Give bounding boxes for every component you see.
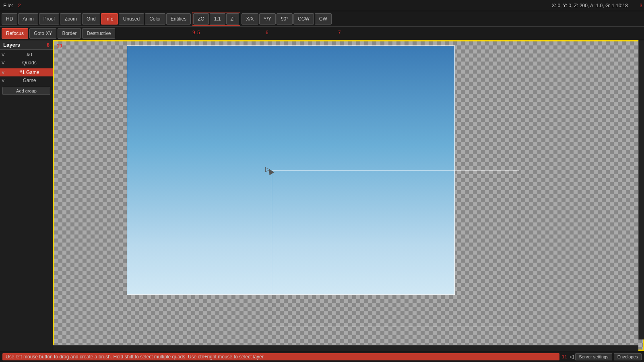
layers-title: Layers [3,42,20,48]
layer-0-quads-visibility[interactable]: V [2,60,6,65]
toolbar-btn-grid[interactable]: Grid [82,13,100,25]
toolbar-btn-color[interactable]: Color [145,13,165,25]
file-label: File: [0,2,17,8]
canvas-area[interactable]: 10 ▷ [53,40,644,351]
sub-toolbar: RefocusGoto XYBorderDestructive5679 [0,27,644,40]
add-group-button[interactable]: Add group [2,87,50,95]
layer-1-row[interactable]: V #1 Game [0,68,53,76]
sidebar: Layers 8 V #0 V Quads V #1 Game [0,40,53,351]
toolbar-btn-zoom[interactable]: Zoom [60,13,81,25]
toolbar-view-btn-zo[interactable]: ZO [193,13,209,25]
coords-display: X: 0, Y: 0, Z: 200, A: 1.0, G: 1 10:18 [552,3,628,8]
layer-1-game-visibility[interactable]: V [2,78,6,83]
layer-0-quads-row[interactable]: V Quads [0,59,53,67]
layer-0-name: #0 [8,52,51,58]
subtoolbar-num9: 9 [192,30,195,35]
subtoolbar-num7: 7 [338,30,341,35]
toolbar-btn-hd[interactable]: HD [2,13,17,25]
toolbar-btn-entities[interactable]: Entities [166,13,191,25]
subtoolbar-btn-border[interactable]: Border [58,28,81,39]
layer-1-name: #1 Game [8,70,51,75]
toolbar-view-btn-ratio[interactable]: 1:1 [210,13,225,25]
status-icon-left: ◁ [570,354,574,360]
corner-num: 3 [640,3,642,8]
toolbar-btn-proof[interactable]: Proof [39,13,60,25]
toolbar-main-group: HDAnimProofZoomGridInfoUnusedColorEntiti… [2,13,191,25]
layer-0-visibility[interactable]: V [2,52,6,57]
vertical-scrollbar[interactable] [638,40,644,339]
title-bar: File: 2 X: 0, Y: 0, Z: 200, A: 1.0, G: 1… [0,0,644,11]
toolbar-orient-btn-cw[interactable]: CW [315,13,332,25]
toolbar-view-btn-zi[interactable]: ZI [226,13,239,25]
file-num: 2 [17,2,23,8]
subtoolbar-num6: 6 [266,30,268,35]
status-bar: Use left mouse button to drag and create… [0,351,644,362]
toolbar-orient-btn-ccw[interactable]: CCW [293,13,314,25]
toolbar-btn-unused[interactable]: Unused [119,13,144,25]
status-num: 11 [562,354,567,360]
subtoolbar-num5: 5 [197,30,200,35]
toolbar-btn-info[interactable]: Info [101,13,118,25]
sky-canvas [127,45,455,295]
layer-group-1: V #1 Game V Game [0,68,53,85]
server-settings-button[interactable]: Server settings [575,353,612,360]
layer-group-0: V #0 V Quads [0,50,53,68]
layers-header: Layers 8 [0,40,53,50]
main-toolbar: HDAnimProofZoomGridInfoUnusedColorEntiti… [0,11,644,27]
toolbar-orient-btn-xx[interactable]: X/X [242,13,258,25]
subtoolbar-btn-goto_xy[interactable]: Goto XY [29,28,56,39]
layer-1-game-name: Game [8,78,51,83]
envelopes-button[interactable]: Envelopes [614,353,642,360]
toolbar-orient-btn-deg90[interactable]: 90° [277,13,293,25]
toolbar-orient-group: X/XY/Y90°CCWCW [242,13,332,25]
canvas-num-10: 10 [57,43,62,49]
main-content: Layers 8 V #0 V Quads V #1 Game [0,40,644,351]
subtoolbar-btn-destructive[interactable]: Destructive [82,28,115,39]
toolbar-orient-btn-yy[interactable]: Y/Y [259,13,276,25]
subtoolbar-btn-refocus[interactable]: Refocus [2,28,28,39]
toolbar-view-group: ZO1:1ZI [192,12,240,26]
layer-1-visibility[interactable]: V [2,70,6,75]
layer-1-game-row[interactable]: V Game [0,76,53,84]
horizontal-scrollbar[interactable] [53,345,638,351]
status-right-buttons: Server settings Envelopes [575,353,642,360]
status-text: Use left mouse button to drag and create… [2,353,559,360]
layer-0-quads-name: Quads [8,60,51,66]
layers-num: 8 [47,42,50,48]
layer-0-row[interactable]: V #0 [0,51,53,59]
toolbar-btn-anim[interactable]: Anim [18,13,38,25]
